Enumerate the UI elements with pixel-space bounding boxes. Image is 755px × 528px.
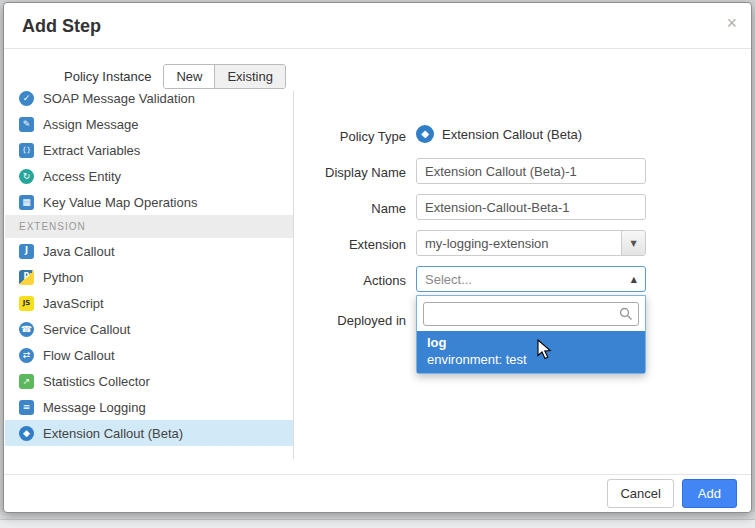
dropdown-search-wrap — [417, 302, 645, 326]
policy-item-statistics-collector[interactable]: ↗ Statistics Collector — [5, 368, 293, 394]
modal-footer: Cancel Add — [4, 474, 751, 512]
statistics-collector-icon: ↗ — [19, 374, 34, 389]
policy-item-label: Java Callout — [43, 244, 115, 259]
extension-label: Extension — [266, 237, 406, 252]
soap-message-validation-icon: ✓ — [19, 91, 34, 106]
policy-item-label: Extension Callout (Beta) — [43, 426, 183, 441]
policy-item-label: Key Value Map Operations — [43, 195, 197, 210]
policy-instance-label: Policy Instance — [64, 69, 151, 84]
chevron-down-icon: ▼ — [630, 239, 636, 248]
policy-item-message-logging[interactable]: ≡ Message Logging — [5, 394, 293, 420]
policy-item-assign-message[interactable]: ✎ Assign Message — [5, 111, 293, 137]
new-toggle-button[interactable]: New — [164, 65, 214, 88]
policy-item-label: Access Entity — [43, 169, 121, 184]
policy-item-label: JavaScript — [43, 296, 104, 311]
java-callout-icon: J — [19, 244, 34, 259]
policy-item-label: SOAP Message Validation — [43, 91, 195, 106]
policy-item-label: Assign Message — [43, 117, 138, 132]
modal-title: Add Step — [22, 16, 101, 37]
name-label: Name — [266, 201, 406, 216]
extension-select[interactable]: my-logging-extension ▼ — [416, 230, 646, 256]
add-button[interactable]: Add — [682, 479, 737, 508]
policy-item-extension-callout-selected[interactable]: ◆ Extension Callout (Beta) — [5, 420, 293, 446]
extension-section-header: EXTENSION — [5, 215, 293, 238]
policy-item-java-callout[interactable]: J Java Callout — [5, 238, 293, 264]
policy-instance-row: Policy Instance New Existing — [64, 64, 286, 89]
policy-item-flow-callout[interactable]: ⇄ Flow Callout — [5, 342, 293, 368]
service-callout-icon: ☎ — [19, 322, 34, 337]
policy-item-label: Python — [43, 270, 83, 285]
dropdown-option-subtitle: environment: test — [427, 351, 635, 368]
actions-select-value: Select... — [417, 272, 631, 287]
close-icon[interactable]: × — [726, 14, 737, 32]
search-icon — [619, 307, 633, 321]
actions-dropdown-panel: log environment: test — [416, 295, 646, 374]
add-step-modal: Add Step × Policy Instance New Existing … — [3, 2, 752, 513]
dropdown-options: log environment: test — [417, 331, 645, 373]
key-value-map-operations-icon: ▦ — [19, 195, 34, 210]
policy-item-label: Statistics Collector — [43, 374, 150, 389]
policy-list[interactable]: ✓ SOAP Message Validation ✎ Assign Messa… — [5, 91, 294, 459]
actions-select[interactable]: Select... ▲ — [416, 266, 646, 292]
python-icon: P — [19, 270, 34, 285]
policy-item-service-callout[interactable]: ☎ Service Callout — [5, 316, 293, 342]
policy-item-soap-message-validation[interactable]: ✓ SOAP Message Validation — [5, 91, 293, 111]
flow-callout-icon: ⇄ — [19, 348, 34, 363]
policy-instance-toggle: New Existing — [163, 64, 286, 89]
display-name-label: Display Name — [266, 165, 406, 180]
policy-item-label: Extract Variables — [43, 143, 140, 158]
policy-item-label: Message Logging — [43, 400, 146, 415]
existing-toggle-button[interactable]: Existing — [214, 65, 285, 88]
javascript-icon: JS — [19, 296, 34, 311]
dropdown-option-title: log — [427, 334, 635, 351]
extension-select-value: my-logging-extension — [417, 236, 621, 251]
background-table-row — [0, 519, 755, 528]
assign-message-icon: ✎ — [19, 117, 34, 132]
name-field[interactable] — [416, 194, 646, 220]
policy-item-label: Service Callout — [43, 322, 130, 337]
display-name-field[interactable] — [416, 158, 646, 184]
cancel-button[interactable]: Cancel — [607, 479, 673, 508]
extract-variables-icon: {} — [19, 143, 34, 158]
access-entity-icon: ↻ — [19, 169, 34, 184]
policy-type-icon: ◆ — [416, 125, 434, 143]
policy-item-label: Flow Callout — [43, 348, 115, 363]
chevron-up-icon: ▲ — [631, 275, 645, 284]
message-logging-icon: ≡ — [19, 400, 34, 415]
policy-type-value: ◆ Extension Callout (Beta) — [416, 125, 582, 143]
dropdown-search-input[interactable] — [423, 302, 639, 326]
page-background — [0, 512, 755, 528]
policy-type-text: Extension Callout (Beta) — [442, 127, 582, 142]
actions-label: Actions — [266, 273, 406, 288]
policy-item-python[interactable]: P Python — [5, 264, 293, 290]
dropdown-option-log[interactable]: log environment: test — [417, 331, 645, 373]
policy-item-key-value-map-operations[interactable]: ▦ Key Value Map Operations — [5, 189, 293, 215]
extension-select-arrow-box[interactable]: ▼ — [621, 231, 645, 255]
policy-item-extract-variables[interactable]: {} Extract Variables — [5, 137, 293, 163]
policy-type-label: Policy Type — [266, 129, 406, 144]
extension-callout-icon: ◆ — [19, 426, 34, 441]
policy-item-javascript[interactable]: JS JavaScript — [5, 290, 293, 316]
deployed-in-label: Deployed in — [266, 313, 406, 328]
modal-header: Add Step × — [4, 3, 751, 49]
screen: Add Step × Policy Instance New Existing … — [0, 0, 755, 528]
policy-item-access-entity[interactable]: ↻ Access Entity — [5, 163, 293, 189]
